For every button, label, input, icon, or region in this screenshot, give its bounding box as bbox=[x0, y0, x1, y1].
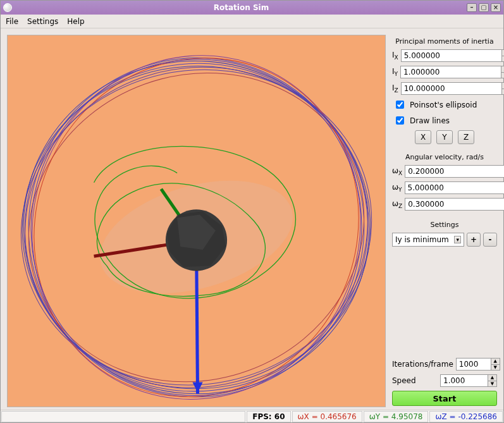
poinsot-checkbox[interactable]: Poinsot's ellipsoid bbox=[392, 99, 497, 111]
iterations-row: Iterations/frame ▲▼ bbox=[392, 358, 497, 371]
wz-input[interactable] bbox=[405, 198, 504, 211]
viewport-canvas bbox=[8, 35, 385, 407]
speed-input[interactable] bbox=[440, 374, 488, 387]
iz-row: IZ ▲▼ bbox=[392, 82, 497, 95]
app-icon bbox=[3, 3, 12, 12]
axis-y-button[interactable]: Y bbox=[436, 130, 453, 144]
angvel-heading: Angular velocity, rad/s bbox=[392, 153, 497, 161]
speed-label: Speed bbox=[392, 376, 438, 385]
status-wy: ωY = 4.95078 bbox=[364, 411, 429, 422]
wz-label: ωZ bbox=[392, 199, 402, 209]
rotating-body bbox=[166, 209, 227, 271]
speed-up-icon[interactable]: ▲ bbox=[488, 374, 497, 381]
start-button[interactable]: Start bbox=[392, 391, 497, 406]
wx-row: ωX ▲▼ bbox=[392, 165, 497, 178]
drawlines-checkbox[interactable]: Draw lines bbox=[392, 114, 497, 126]
window-title: Rotation Sim bbox=[16, 3, 467, 12]
add-preset-button[interactable]: + bbox=[467, 233, 481, 247]
preset-select[interactable]: Iy is minimum ▾ bbox=[392, 233, 464, 247]
poinsot-label: Poinsot's ellipsoid bbox=[410, 101, 477, 109]
remove-preset-button[interactable]: - bbox=[483, 233, 497, 247]
iterations-input[interactable] bbox=[456, 358, 491, 371]
3d-viewport[interactable] bbox=[7, 35, 386, 407]
axis-x-button[interactable]: X bbox=[415, 130, 431, 144]
window-controls: – ▢ × bbox=[467, 3, 501, 12]
speed-row: Speed ▲▼ bbox=[392, 374, 497, 387]
close-button[interactable]: × bbox=[491, 3, 501, 12]
menu-settings[interactable]: Settings bbox=[27, 17, 58, 26]
content-area: Principal moments of inertia IX ▲▼ IY ▲▼… bbox=[1, 28, 503, 410]
status-wz: ωZ = -0.225686 bbox=[429, 411, 503, 422]
drawlines-check-input[interactable] bbox=[396, 116, 404, 125]
speed-down-icon[interactable]: ▼ bbox=[488, 381, 497, 388]
ix-row: IX ▲▼ bbox=[392, 49, 497, 62]
iter-up-icon[interactable]: ▲ bbox=[491, 358, 500, 364]
axis-z-button[interactable]: Z bbox=[458, 130, 474, 144]
statusbar: FPS: 60 ωX = 0.465676 ωY = 4.95078 ωZ = … bbox=[1, 410, 503, 422]
iy-up-icon[interactable]: ▲ bbox=[501, 66, 504, 72]
menu-file[interactable]: File bbox=[6, 17, 18, 26]
wx-input[interactable] bbox=[405, 165, 504, 178]
moments-heading: Principal moments of inertia bbox=[392, 37, 497, 46]
iz-label: IZ bbox=[392, 83, 398, 94]
titlebar: Rotation Sim – ▢ × bbox=[1, 1, 503, 15]
status-empty bbox=[1, 411, 245, 422]
settings-heading: Settings bbox=[392, 221, 497, 229]
side-panel: Principal moments of inertia IX ▲▼ IY ▲▼… bbox=[391, 35, 498, 407]
maximize-button[interactable]: ▢ bbox=[479, 3, 489, 12]
wz-row: ωZ ▲▼ bbox=[392, 198, 497, 211]
wy-input[interactable] bbox=[405, 181, 504, 194]
preset-selected: Iy is minimum bbox=[395, 235, 449, 244]
settings-row: Iy is minimum ▾ + - bbox=[392, 233, 497, 247]
poinsot-check-input[interactable] bbox=[396, 101, 404, 109]
ix-label: IX bbox=[392, 51, 398, 61]
iy-down-icon[interactable]: ▼ bbox=[501, 72, 504, 79]
iter-down-icon[interactable]: ▼ bbox=[491, 364, 500, 371]
app-window: Rotation Sim – ▢ × File Settings Help bbox=[0, 0, 504, 423]
axis-button-row: X Y Z bbox=[392, 130, 497, 144]
iterations-label: Iterations/frame bbox=[392, 360, 453, 369]
status-fps: FPS: 60 bbox=[247, 411, 290, 422]
drawlines-label: Draw lines bbox=[410, 116, 450, 125]
iy-row: IY ▲▼ bbox=[392, 66, 497, 78]
ix-input[interactable] bbox=[401, 49, 502, 62]
iy-input[interactable] bbox=[400, 66, 501, 78]
menu-help[interactable]: Help bbox=[67, 17, 84, 26]
iy-label: IY bbox=[392, 67, 398, 77]
minimize-button[interactable]: – bbox=[467, 3, 477, 12]
wy-label: ωY bbox=[392, 183, 402, 193]
chevron-down-icon: ▾ bbox=[454, 236, 461, 243]
wy-row: ωY ▲▼ bbox=[392, 181, 497, 194]
menubar: File Settings Help bbox=[1, 15, 503, 28]
status-wx: ωX = 0.465676 bbox=[292, 411, 362, 422]
iz-input[interactable] bbox=[401, 82, 502, 95]
wx-label: ωX bbox=[392, 166, 402, 176]
